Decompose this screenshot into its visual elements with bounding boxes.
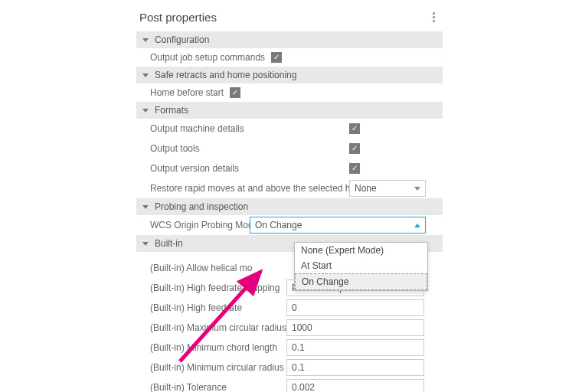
dropdown-option[interactable]: None (Expert Mode) — [295, 243, 427, 258]
label-output-tools: Output tools — [150, 143, 349, 154]
row-wcs-mode: WCS Origin Probing Mode On Change — [136, 215, 443, 235]
kebab-menu-icon[interactable] — [427, 11, 440, 24]
checkbox-output-machine-details[interactable] — [349, 123, 360, 134]
label-min-chord-length: (Built-in) Minimum chord length — [150, 342, 286, 353]
section-label: Safe retracts and home positioning — [155, 70, 296, 80]
section-safe-retracts[interactable]: Safe retracts and home positioning — [136, 67, 443, 83]
label-max-circ-radius: (Built-in) Maximum circular radius — [150, 322, 286, 333]
label-high-feedrate-mapping: (Built-in) High feedrate mapping — [150, 283, 286, 293]
label-output-version-details: Output version details — [150, 163, 349, 174]
input-tolerance[interactable] — [286, 379, 424, 392]
section-configuration[interactable]: Configuration — [136, 31, 443, 48]
row-home-before-start: Home before start — [136, 83, 443, 102]
dropdown-option[interactable]: At Start — [295, 258, 427, 273]
label-min-circ-radius: (Built-in) Minimum circular radius — [150, 362, 286, 373]
chevron-down-icon — [142, 74, 149, 77]
input-min-chord-length[interactable] — [286, 339, 424, 356]
chevron-down-icon — [142, 38, 149, 42]
select-wcs-mode[interactable]: On Change — [250, 217, 426, 234]
row-output-version-details: Output version details — [136, 158, 443, 178]
input-high-feedrate[interactable] — [286, 299, 424, 316]
label-restore-rapid: Restore rapid moves at and above the sel… — [150, 183, 349, 194]
row-tolerance: (Built-in) Tolerance — [136, 377, 443, 392]
label-home-before-start: Home before start — [150, 87, 224, 98]
label-output-machine-details: Output machine details — [150, 123, 349, 134]
input-min-circ-radius[interactable] — [286, 359, 424, 376]
label-high-feedrate: (Built-in) High feedrate — [150, 302, 286, 313]
chevron-up-icon — [414, 224, 420, 227]
checkbox-home-before-start[interactable] — [230, 87, 240, 98]
row-min-circ-radius: (Built-in) Minimum circular radius — [136, 358, 443, 377]
row-min-chord-length: (Built-in) Minimum chord length — [136, 338, 443, 358]
panel-header: Post properties — [136, 8, 443, 31]
section-label: Formats — [155, 105, 188, 116]
select-value: On Change — [255, 220, 302, 230]
chevron-down-icon — [142, 109, 149, 113]
input-max-circ-radius[interactable] — [286, 319, 424, 336]
chevron-down-icon — [142, 242, 149, 246]
dropdown-option-selected[interactable]: On Change — [295, 273, 427, 290]
label-tolerance: (Built-in) Tolerance — [150, 382, 286, 392]
row-restore-rapid: Restore rapid moves at and above the sel… — [136, 178, 443, 198]
checkbox-output-tools[interactable] — [349, 143, 360, 154]
chevron-down-icon — [142, 205, 149, 209]
post-properties-panel: Post properties Configuration Output job… — [136, 8, 443, 392]
chevron-down-icon — [414, 187, 420, 191]
section-label: Probing and inspection — [155, 201, 248, 212]
section-probing[interactable]: Probing and inspection — [136, 198, 443, 215]
row-output-machine-details: Output machine details — [136, 119, 443, 139]
select-restore-rapid[interactable]: None — [349, 180, 426, 197]
dropdown-wcs-mode[interactable]: None (Expert Mode) At Start On Change — [294, 242, 428, 291]
row-output-tools: Output tools — [136, 139, 443, 158]
section-label: Configuration — [155, 34, 209, 45]
checkbox-output-version-details[interactable] — [349, 163, 360, 174]
row-high-feedrate: (Built-in) High feedrate — [136, 298, 443, 318]
label-allow-helical: (Built-in) Allow helical mo — [150, 263, 286, 273]
checkbox-output-job-setup[interactable] — [271, 52, 282, 63]
section-label: Built-in — [155, 238, 183, 249]
panel-title: Post properties — [139, 11, 217, 24]
label-wcs-mode: WCS Origin Probing Mode — [150, 220, 250, 230]
label-output-job-setup: Output job setup commands — [150, 52, 265, 63]
select-value: None — [355, 183, 377, 194]
row-output-job-setup: Output job setup commands — [136, 48, 443, 67]
section-formats[interactable]: Formats — [136, 102, 443, 119]
row-max-circ-radius: (Built-in) Maximum circular radius — [136, 318, 443, 338]
